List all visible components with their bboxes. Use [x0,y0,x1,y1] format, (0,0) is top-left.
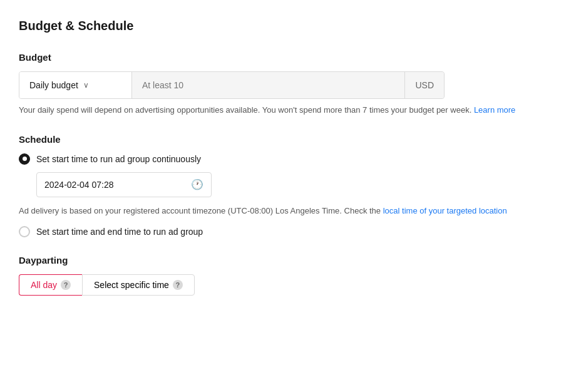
schedule-option1-radio[interactable] [19,153,30,165]
dayparting-specific-label: Select specific time [94,280,169,290]
delivery-hint: Ad delivery is based on your registered … [19,205,532,218]
budget-learn-more-link[interactable]: Learn more [474,105,515,115]
targeted-location-link[interactable]: local time of your targeted location [383,206,507,215]
clock-icon: 🕐 [191,178,203,190]
datetime-value: 2024-02-04 07:28 [44,180,186,190]
page-title: Budget & Schedule [19,19,557,33]
dayparting-allday-button[interactable]: All day ? [19,274,82,296]
schedule-option2-label: Set start time and end time to run ad gr… [36,227,203,237]
budget-amount-input[interactable] [132,80,404,90]
schedule-section-label: Schedule [19,134,557,145]
budget-hint-text: Your daily spend will depend on advertis… [19,104,532,116]
budget-type-dropdown[interactable]: Daily budget ∨ [19,72,132,98]
dayparting-allday-label: All day [31,280,57,290]
budget-currency-label: USD [404,72,444,98]
schedule-option2[interactable]: Set start time and end time to run ad gr… [19,226,557,237]
dayparting-specific-button[interactable]: Select specific time ? [82,274,195,296]
budget-section-label: Budget [19,52,557,63]
schedule-option1[interactable]: Set start time to run ad group continuou… [19,153,557,165]
allday-help-icon[interactable]: ? [61,280,71,290]
datetime-input-wrapper[interactable]: 2024-02-04 07:28 🕐 [36,172,212,197]
schedule-option2-radio[interactable] [19,226,30,237]
dayparting-section-label: Dayparting [19,255,557,266]
budget-hint-description: Your daily spend will depend on advertis… [19,105,471,115]
dayparting-button-group: All day ? Select specific time ? [19,274,557,296]
dayparting-section: Dayparting All day ? Select specific tim… [19,255,557,296]
schedule-section: Schedule Set start time to run ad group … [19,134,557,238]
chevron-down-icon: ∨ [83,81,89,90]
budget-input-row: Daily budget ∨ USD [19,71,445,99]
schedule-option1-label: Set start time to run ad group continuou… [36,154,201,164]
budget-section: Budget Daily budget ∨ USD Your daily spe… [19,52,557,116]
delivery-hint-text: Ad delivery is based on your registered … [19,206,381,215]
specific-help-icon[interactable]: ? [173,280,183,290]
budget-type-label: Daily budget [29,80,78,90]
